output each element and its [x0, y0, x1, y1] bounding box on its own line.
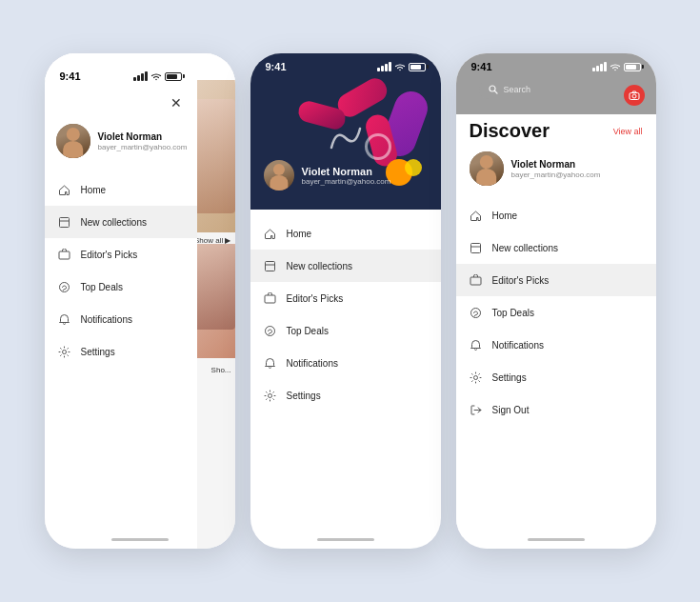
phone3-nav-settings[interactable]: Settings	[456, 361, 656, 393]
phone2-settings-label: Settings	[287, 391, 321, 401]
svg-point-13	[471, 308, 481, 317]
svg-point-10	[632, 94, 636, 98]
picks-icon	[58, 248, 71, 261]
phone2-home-bar	[317, 538, 374, 541]
home-icon	[58, 183, 71, 196]
shape-circle-yellow	[405, 159, 422, 176]
phone1-nav-deals-label: Top Deals	[81, 282, 123, 292]
phone2-avatar	[264, 160, 294, 191]
collection-icon	[470, 241, 483, 254]
phone1-nav-collections-label: New collections	[81, 217, 147, 228]
nav-item-notifications[interactable]: Notifications	[45, 303, 197, 335]
phone2-profile-area: Violet Norman bayer_martin@yahoo.com	[250, 152, 405, 198]
svg-rect-0	[60, 217, 70, 227]
collection-icon	[264, 259, 277, 272]
phone1-user-info: Violet Norman bayer_martin@yahoo.com	[98, 131, 188, 151]
svg-rect-5	[265, 295, 275, 303]
phone2-nav-notif[interactable]: Notifications	[250, 347, 441, 379]
signal-icon	[133, 71, 148, 81]
deals-icon	[58, 280, 71, 293]
nav-item-top-deals[interactable]: Top Deals	[45, 271, 197, 303]
phone3-nav-picks[interactable]: Editor's Picks	[456, 264, 656, 296]
nav-item-editors-picks[interactable]: Editor's Picks	[45, 238, 197, 271]
notif-icon	[264, 356, 277, 370]
phone3-nav-deals[interactable]: Top Deals	[456, 296, 656, 329]
phone3-nav-home[interactable]: Home	[456, 199, 656, 231]
phone2-nav-home[interactable]: Home	[250, 217, 441, 250]
phone2-hero-banner: Violet Norman bayer_martin@yahoo.com	[250, 76, 441, 210]
phone1-nav-settings-label: Settings	[81, 347, 115, 357]
phone1-home-bar	[111, 538, 169, 541]
phone3-settings-label: Settings	[492, 372, 527, 383]
phone3-nav-collections[interactable]: New collections	[456, 231, 656, 264]
nav-item-new-collections[interactable]: New collections	[45, 206, 197, 238]
svg-rect-12	[470, 277, 481, 285]
phone2-nav-picks[interactable]: Editor's Picks	[250, 282, 441, 314]
phone3-view-all[interactable]: View all	[613, 127, 643, 136]
phone3-white-card: Discover View all Violet Norman bayer_ma…	[456, 109, 656, 537]
phone2-nav-menu: Home New collections Editor's Picks Top …	[250, 217, 441, 411]
phone3-nav-signout[interactable]: Sign Out	[456, 393, 656, 426]
phone1-user-profile: Violet Norman bayer_martin@yahoo.com	[45, 124, 197, 173]
phone1-status-icons	[133, 71, 182, 81]
phone1-nav-notif-label: Notifications	[81, 314, 132, 325]
svg-rect-11	[471, 243, 481, 252]
phone3-status-icons	[592, 62, 641, 71]
phone3-nav-notif[interactable]: Notifications	[456, 329, 656, 361]
camera-icon	[629, 90, 640, 100]
phone3-nav-menu: Home New collections Editor's Picks Top	[456, 199, 656, 426]
avatar-image	[56, 124, 90, 158]
phone1-user-name: Violet Norman	[98, 131, 188, 142]
svg-rect-4	[266, 261, 275, 271]
search-input[interactable]	[504, 85, 624, 94]
phone1-menu-panel: 9:41 ✕	[45, 53, 197, 549]
phone2-user-info: Violet Norman bayer_martin@yahoo.com	[302, 166, 391, 186]
phone2-collections-label: New collections	[287, 261, 352, 271]
camera-button[interactable]	[624, 85, 645, 106]
phone3-collections-label: New collections	[492, 243, 558, 253]
signout-icon	[470, 403, 483, 416]
phone3-user-info: Violet Norman bayer_martin@yahoo.com	[511, 159, 601, 179]
squiggle-icon	[327, 124, 365, 152]
picks-icon	[470, 273, 483, 287]
phone3-search-bar[interactable]	[479, 80, 633, 99]
home-icon	[264, 227, 277, 240]
phone3-notif-label: Notifications	[492, 340, 544, 351]
phone1-avatar	[56, 124, 90, 158]
phone2-user-email: bayer_martin@yahoo.com	[302, 177, 391, 186]
phone2-nav-collections[interactable]: New collections	[250, 250, 441, 282]
battery-icon	[624, 63, 641, 71]
phone3-home-bar	[528, 538, 585, 541]
svg-rect-1	[59, 251, 70, 259]
phone3-time: 9:41	[471, 61, 492, 72]
avatar-image	[470, 151, 504, 186]
phone-3: 9:41	[456, 53, 656, 549]
deals-icon	[470, 306, 483, 319]
phone1-time: 9:41	[60, 70, 81, 82]
phone2-nav-settings[interactable]: Settings	[250, 379, 441, 411]
phone1-status-bar: 9:41	[45, 63, 197, 86]
phone2-status-bar: 9:41	[250, 53, 441, 76]
phone2-nav-deals[interactable]: Top Deals	[250, 314, 441, 347]
signal-icon	[377, 62, 391, 71]
notif-icon	[58, 312, 71, 326]
settings-icon	[470, 371, 483, 384]
svg-point-6	[266, 326, 275, 335]
phone3-picks-label: Editor's Picks	[492, 275, 550, 286]
phone2-status-icons	[377, 62, 426, 71]
wifi-icon	[610, 63, 621, 71]
phone1-nav-menu: Home New collections Editor's Picks	[45, 173, 197, 368]
svg-point-14	[474, 375, 478, 379]
phone1-nav-picks-label: Editor's Picks	[81, 250, 138, 260]
show-all-2-label[interactable]: Sho...	[211, 366, 231, 374]
phone2-user-name: Violet Norman	[302, 166, 391, 177]
svg-point-2	[60, 282, 70, 291]
wifi-icon	[394, 63, 406, 71]
close-button[interactable]: ✕	[167, 93, 186, 112]
notif-icon	[470, 338, 483, 351]
battery-icon	[165, 72, 182, 81]
settings-icon	[264, 389, 277, 402]
nav-item-home[interactable]: Home	[45, 173, 197, 206]
svg-point-3	[63, 350, 67, 353]
nav-item-settings[interactable]: Settings	[45, 335, 197, 368]
